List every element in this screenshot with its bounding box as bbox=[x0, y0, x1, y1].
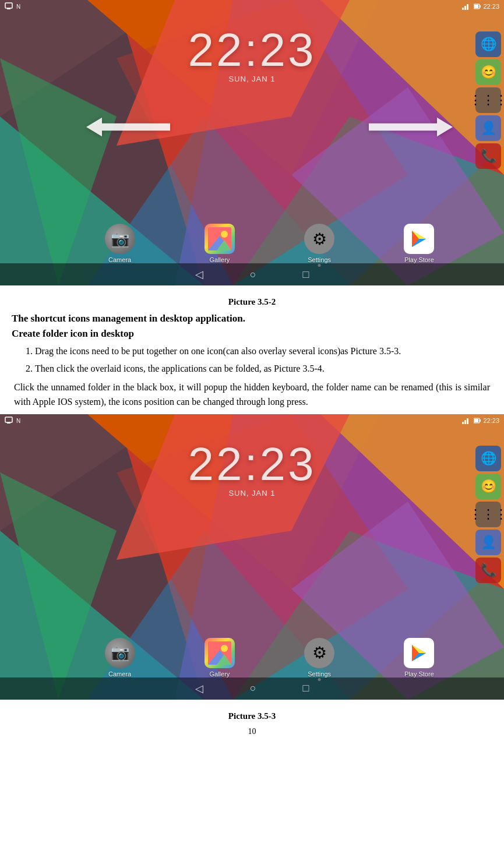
right-sidebar-2: 🌐 😊 ⋮⋮⋮ 👤 📞 bbox=[473, 443, 504, 585]
sidebar-phone-icon-2: 📞 bbox=[475, 558, 501, 583]
camera-icon: 📷 bbox=[105, 224, 135, 254]
bottom-dock-2: 📷 Camera Gallery ⚙ Settings bbox=[70, 638, 469, 678]
sidebar-globe-icon: 🌐 bbox=[475, 31, 501, 57]
sidebar-phone-icon: 📞 bbox=[475, 143, 501, 169]
sidebar-smiley-icon: 😊 bbox=[475, 59, 501, 85]
status-time: 22:23 bbox=[483, 3, 499, 10]
sidebar-apps-icon-2: ⋮⋮⋮ bbox=[475, 502, 501, 527]
svg-point-28 bbox=[221, 231, 228, 238]
navigation-bar: ◁ ○ □ bbox=[0, 263, 504, 285]
svg-marker-24 bbox=[369, 118, 453, 136]
clock-time: 22:23 bbox=[0, 23, 504, 77]
back-button-2[interactable]: ◁ bbox=[195, 682, 203, 695]
dock-label-camera: Camera bbox=[108, 256, 131, 263]
svg-rect-54 bbox=[480, 419, 481, 422]
page-number: 10 bbox=[0, 727, 504, 736]
svg-rect-22 bbox=[474, 5, 478, 8]
clock-area-2: 22:23 SUN, JAN 1 bbox=[0, 437, 504, 497]
dock-label-gallery: Gallery bbox=[209, 256, 230, 263]
arrows-row bbox=[82, 117, 457, 137]
status-right-icons-2: 22:23 bbox=[462, 417, 499, 424]
section-subtitle: Create folder icon in desktop bbox=[12, 328, 492, 340]
dock-item-settings[interactable]: ⚙ Settings bbox=[299, 224, 340, 263]
camera-icon-2: 📷 bbox=[105, 638, 135, 668]
settings-icon: ⚙ bbox=[304, 224, 334, 254]
battery-icon bbox=[474, 3, 481, 10]
caption-2: Picture 3.5-3 bbox=[12, 711, 492, 721]
svg-text:N: N bbox=[16, 418, 20, 424]
svg-rect-15 bbox=[7, 8, 10, 9]
dock-item-playstore-2[interactable]: Play Store bbox=[399, 638, 439, 678]
dock-label-settings-2: Settings bbox=[308, 671, 331, 678]
list-item-2: Then click the overlaid icons, the appli… bbox=[35, 362, 492, 376]
caption-1: Picture 3.5-2 bbox=[12, 297, 492, 307]
text-content-2: Picture 3.5-3 bbox=[0, 700, 504, 721]
sidebar-globe-icon-2: 🌐 bbox=[475, 446, 501, 471]
svg-text:N: N bbox=[16, 3, 20, 10]
status-left-icons-2: N bbox=[5, 417, 23, 425]
clock-date: SUN, JAN 1 bbox=[0, 75, 504, 83]
list-item-1: Drag the icons need to be put together o… bbox=[35, 344, 492, 358]
clock-date-2: SUN, JAN 1 bbox=[0, 489, 504, 497]
text-content: Picture 3.5-2 The shortcut icons managem… bbox=[0, 285, 504, 410]
status-bar: N 22:23 bbox=[0, 0, 504, 13]
dock-item-camera[interactable]: 📷 Camera bbox=[100, 224, 140, 263]
svg-rect-50 bbox=[462, 422, 464, 424]
svg-rect-48 bbox=[7, 422, 10, 424]
back-button[interactable]: ◁ bbox=[195, 268, 203, 281]
numbered-list: Drag the icons need to be put together o… bbox=[35, 344, 492, 376]
svg-rect-18 bbox=[464, 6, 466, 10]
svg-marker-23 bbox=[86, 118, 170, 136]
svg-rect-47 bbox=[5, 417, 12, 422]
screenshot-icon-2 bbox=[5, 417, 13, 425]
svg-rect-19 bbox=[467, 4, 468, 10]
sidebar-person-icon: 👤 bbox=[475, 115, 501, 141]
right-sidebar: 🌐 😊 ⋮⋮⋮ 👤 📞 bbox=[473, 29, 504, 171]
home-button[interactable]: ○ bbox=[250, 269, 256, 281]
section-title: The shortcut icons management in desktop… bbox=[12, 313, 492, 324]
playstore-icon-2 bbox=[404, 638, 434, 668]
svg-rect-51 bbox=[464, 420, 466, 424]
status-bar-2: N 22:23 bbox=[0, 414, 504, 427]
svg-point-59 bbox=[221, 645, 228, 652]
svg-rect-21 bbox=[480, 5, 481, 8]
gallery-icon-2 bbox=[205, 638, 235, 668]
status-time-2: 22:23 bbox=[483, 417, 499, 424]
battery-icon-2 bbox=[474, 417, 481, 424]
screenshot-icon bbox=[5, 2, 13, 10]
home-button-2[interactable]: ○ bbox=[250, 682, 256, 694]
navigation-bar-2: ◁ ○ □ bbox=[0, 678, 504, 700]
dock-item-playstore[interactable]: Play Store bbox=[399, 224, 439, 263]
gallery-icon bbox=[205, 224, 235, 254]
screenshot-2: N 22:23 22:23 SUN, JAN 1 🌐 😊 ⋮⋮⋮ 👤 📞 bbox=[0, 414, 504, 700]
dock-item-gallery[interactable]: Gallery bbox=[199, 224, 240, 263]
clock-area: 22:23 SUN, JAN 1 bbox=[0, 23, 504, 83]
sidebar-apps-icon: ⋮⋮⋮ bbox=[475, 87, 501, 113]
dock-label-playstore: Play Store bbox=[404, 256, 434, 263]
clock-time-2: 22:23 bbox=[0, 437, 504, 491]
dock-label-gallery-2: Gallery bbox=[209, 671, 230, 678]
sidebar-smiley-icon-2: 😊 bbox=[475, 474, 501, 499]
settings-icon-2: ⚙ bbox=[304, 638, 334, 668]
dock-item-gallery-2[interactable]: Gallery bbox=[199, 638, 240, 678]
dock-item-camera-2[interactable]: 📷 Camera bbox=[100, 638, 140, 678]
signal-icon-2 bbox=[462, 417, 471, 424]
svg-rect-55 bbox=[474, 419, 478, 422]
playstore-icon bbox=[404, 224, 434, 254]
svg-rect-17 bbox=[462, 8, 464, 10]
recents-button-2[interactable]: □ bbox=[303, 682, 309, 694]
sidebar-person-icon-2: 👤 bbox=[475, 530, 501, 555]
status-right-icons: 22:23 bbox=[462, 3, 499, 10]
arrow-right bbox=[364, 117, 457, 137]
bottom-dock: 📷 Camera Gallery ⚙ Settings bbox=[70, 224, 469, 263]
svg-rect-14 bbox=[5, 3, 12, 8]
signal-icon bbox=[462, 3, 471, 10]
recents-button[interactable]: □ bbox=[303, 269, 309, 281]
paragraph: Click the unnamed folder in the black bo… bbox=[12, 380, 492, 410]
n-icon: N bbox=[15, 2, 23, 10]
n-icon-2: N bbox=[15, 417, 23, 425]
dock-label-camera-2: Camera bbox=[108, 671, 131, 678]
svg-rect-52 bbox=[467, 418, 468, 424]
screenshot-1: N 22:23 22:23 SUN, JAN 1 bbox=[0, 0, 504, 285]
dock-item-settings-2[interactable]: ⚙ Settings bbox=[299, 638, 340, 678]
